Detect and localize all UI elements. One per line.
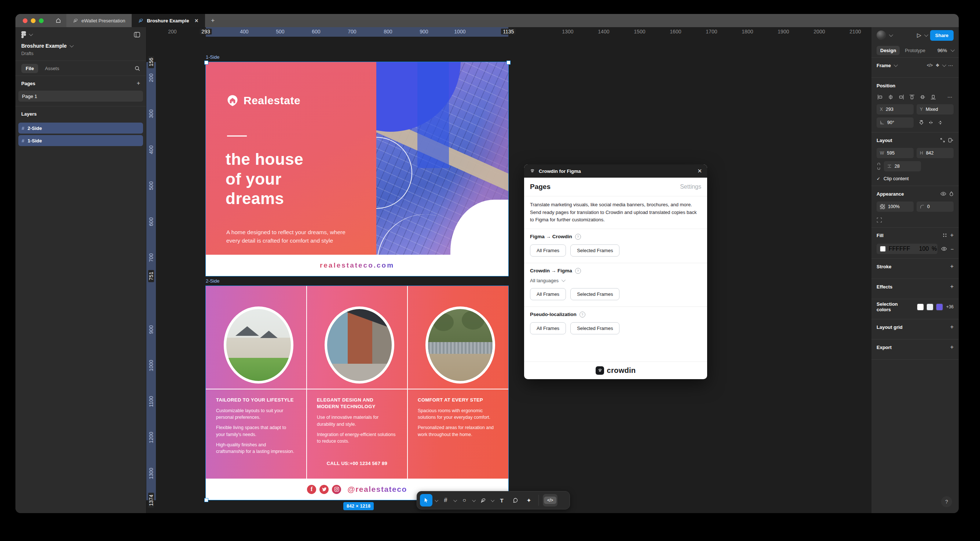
all-frames-button[interactable]: All Frames	[530, 288, 566, 300]
independent-corners-icon[interactable]	[877, 217, 882, 223]
minimize-window-button[interactable]	[31, 18, 36, 23]
add-fill-button[interactable]: +	[950, 232, 954, 239]
align-bottom-icon[interactable]	[931, 94, 936, 100]
eye-icon[interactable]	[940, 192, 946, 196]
dialog-nav-pages[interactable]: Pages	[530, 183, 550, 191]
present-button[interactable]: ▷	[917, 32, 921, 38]
selection-handle[interactable]	[204, 61, 208, 65]
move-tool-button[interactable]	[420, 494, 433, 506]
all-frames-button[interactable]: All Frames	[530, 244, 566, 257]
selected-frames-button[interactable]: Selected Frames	[570, 322, 619, 334]
add-effect-button[interactable]: +	[950, 283, 954, 290]
chevron-down-icon[interactable]	[434, 498, 438, 502]
layer-item-2-side[interactable]: # 2-Side	[18, 123, 143, 134]
canvas[interactable]: 2002934005006007008009001000113513001400…	[146, 27, 871, 513]
tab-prototype[interactable]: Prototype	[901, 46, 929, 55]
home-button[interactable]	[50, 14, 66, 27]
selected-frames-button[interactable]: Selected Frames	[570, 244, 619, 257]
color-swatch[interactable]	[917, 303, 924, 311]
color-swatch[interactable]	[936, 303, 943, 311]
rotation-field[interactable]: 90°	[877, 117, 914, 128]
help-icon[interactable]: ?	[575, 234, 581, 240]
collapse-panel-icon[interactable]	[134, 32, 140, 37]
opacity-field[interactable]: 100%	[877, 201, 914, 212]
sidebar-tab-assets[interactable]: Assets	[40, 64, 64, 73]
align-left-icon[interactable]	[877, 94, 883, 100]
x-position-field[interactable]: X293	[877, 104, 914, 115]
constrain-proportions-icon[interactable]	[877, 162, 881, 170]
chevron-down-icon[interactable]	[491, 498, 495, 502]
search-icon[interactable]	[135, 66, 140, 71]
help-icon[interactable]: ?	[579, 311, 585, 318]
component-icon[interactable]: ❖	[935, 63, 939, 68]
chevron-down-icon[interactable]	[472, 498, 476, 502]
sidebar-tab-file[interactable]: File	[21, 64, 38, 73]
dev-mode-toggle[interactable]: </>	[543, 494, 557, 506]
add-page-button[interactable]: +	[137, 80, 140, 87]
rotate-icon[interactable]	[919, 120, 924, 125]
add-layout-grid-button[interactable]: +	[950, 324, 954, 330]
corner-radius-field[interactable]: 0	[916, 201, 954, 212]
new-tab-button[interactable]: +	[205, 14, 220, 27]
close-icon[interactable]: ✕	[697, 168, 702, 174]
page-item-page-1[interactable]: Page 1	[18, 91, 143, 102]
file-title[interactable]: Broshure Example	[21, 43, 73, 49]
help-icon[interactable]: ?	[575, 268, 581, 274]
fullscreen-window-button[interactable]	[39, 18, 44, 23]
width-field[interactable]: W595	[877, 148, 914, 158]
language-filter-dropdown[interactable]: All languages	[530, 278, 701, 283]
layer-item-1-side[interactable]: # 1-Side	[18, 135, 143, 146]
selected-frames-button[interactable]: Selected Frames	[570, 288, 619, 300]
zoom-level[interactable]: 96%	[937, 48, 947, 53]
remove-fill-icon[interactable]: −	[951, 246, 954, 252]
tab-ewallet-presentation[interactable]: eWallet Presentation	[66, 14, 132, 27]
styles-icon[interactable]	[942, 233, 947, 238]
chevron-down-icon[interactable]	[951, 48, 955, 52]
more-colors-count[interactable]: +36	[946, 304, 954, 310]
figma-menu-icon[interactable]	[21, 31, 26, 38]
fill-color-field[interactable]: FFFFFF 100 %	[877, 244, 937, 254]
add-auto-layout-icon[interactable]	[948, 138, 954, 143]
frame-2-side[interactable]: TAILORED TO YOUR LIFESTYLE Customizable …	[206, 286, 508, 500]
chevron-down-icon[interactable]	[942, 63, 946, 67]
comment-tool-button[interactable]	[510, 495, 521, 506]
frame-label-2-side[interactable]: 2-Side	[206, 278, 220, 284]
fill-color-swatch[interactable]	[880, 246, 886, 252]
chevron-down-icon[interactable]	[453, 498, 457, 502]
selection-type-label[interactable]: Frame	[877, 63, 891, 68]
close-window-button[interactable]	[23, 18, 27, 23]
height-field[interactable]: H842	[916, 148, 954, 158]
dialog-nav-settings[interactable]: Settings	[680, 184, 701, 190]
chevron-down-icon[interactable]	[924, 33, 928, 37]
frame-label-1-side[interactable]: 1-Side	[206, 54, 220, 60]
selection-handle[interactable]	[506, 61, 511, 65]
tab-broshure-example[interactable]: Broshure Example ✕	[132, 14, 205, 27]
chevron-down-icon[interactable]	[889, 33, 893, 37]
add-export-button[interactable]: +	[950, 344, 954, 351]
y-position-field[interactable]: YMixed	[916, 104, 954, 115]
dialog-header[interactable]: Crowdin for Figma ✕	[524, 164, 707, 178]
color-swatch[interactable]	[926, 303, 934, 311]
clip-content-checkbox[interactable]: ✓ Clip content	[877, 176, 954, 181]
tab-design[interactable]: Design	[877, 46, 900, 55]
flip-vertical-icon[interactable]	[938, 120, 943, 125]
selection-handle[interactable]	[204, 498, 208, 502]
align-v-center-icon[interactable]	[920, 94, 925, 100]
chevron-down-icon[interactable]	[894, 63, 898, 67]
frame-1-side[interactable]: Realestate the house of your dreams A ho…	[206, 62, 508, 276]
shape-tool-button[interactable]: ○	[459, 495, 470, 506]
add-stroke-button[interactable]: +	[950, 263, 954, 270]
close-tab-icon[interactable]: ✕	[194, 18, 199, 24]
code-icon[interactable]: </>	[927, 63, 933, 68]
frame-tool-button[interactable]: #	[440, 495, 451, 506]
gap-field[interactable]: 28	[884, 161, 921, 171]
blend-mode-icon[interactable]	[949, 191, 954, 196]
share-button[interactable]: Share	[930, 30, 954, 41]
flip-horizontal-icon[interactable]	[928, 120, 934, 125]
all-frames-button[interactable]: All Frames	[530, 322, 566, 334]
text-tool-button[interactable]: T	[496, 495, 507, 506]
align-top-icon[interactable]	[909, 94, 915, 100]
eye-icon[interactable]	[941, 247, 947, 251]
pen-tool-button[interactable]	[477, 495, 488, 506]
help-button[interactable]: ?	[941, 496, 952, 507]
